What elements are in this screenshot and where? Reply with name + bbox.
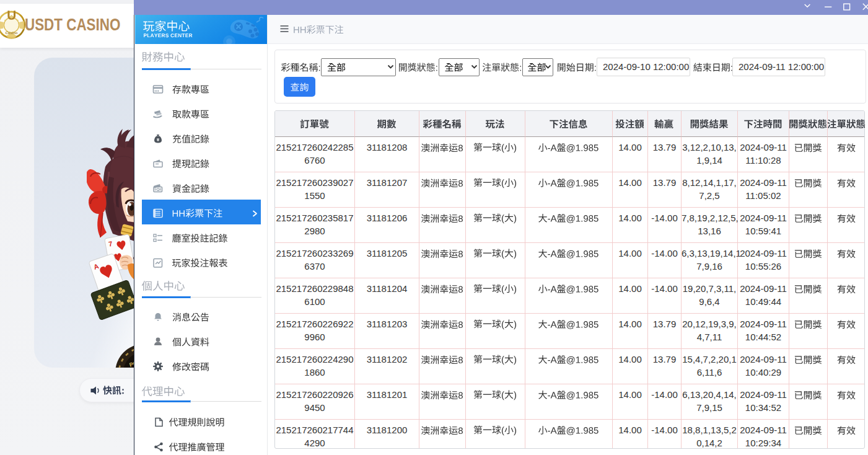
svg-text:Casino: Casino	[5, 31, 17, 35]
